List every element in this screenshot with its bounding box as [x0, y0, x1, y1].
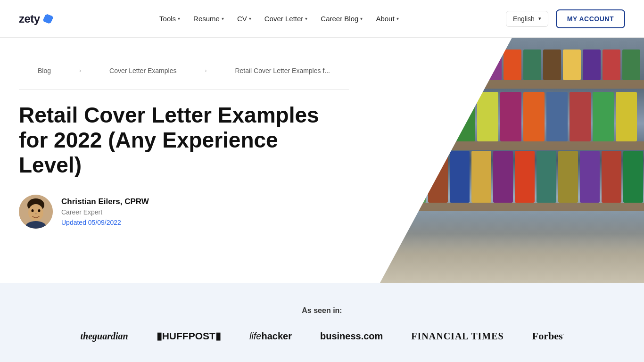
breadcrumb-blog[interactable]: Blog	[38, 67, 51, 74]
author-updated: Updated 05/09/2022	[61, 219, 149, 226]
chevron-down-icon: ▾	[396, 16, 399, 21]
author-avatar	[19, 195, 53, 229]
chevron-down-icon: ▾	[178, 16, 180, 21]
logo-business: business.com	[320, 331, 383, 342]
media-logos: theguardian ▮HUFFPOST▮ lifehacker busine…	[19, 330, 625, 342]
page-title: Retail Cover Letter Examples for 2022 (A…	[19, 103, 339, 178]
as-seen-in-title: As seen in:	[19, 306, 625, 315]
breadcrumb-current: Retail Cover Letter Examples f...	[235, 67, 330, 74]
my-account-button[interactable]: MY ACCOUNT	[556, 9, 625, 28]
nav-right: English ▾ MY ACCOUNT	[506, 9, 625, 28]
chevron-down-icon: ▾	[360, 16, 363, 21]
logo-guardian: theguardian	[81, 331, 128, 342]
hero-content: Blog › Cover Letter Examples › Retail Co…	[0, 38, 368, 257]
logo-lifehacker: lifehacker	[249, 331, 292, 342]
chevron-down-icon: ▾	[305, 16, 307, 21]
nav-cover-letter[interactable]: Cover Letter ▾	[264, 15, 308, 23]
breadcrumb: Blog › Cover Letter Examples › Retail Co…	[19, 52, 349, 90]
author-name: Christian Eilers, CPRW	[61, 197, 149, 206]
nav-about[interactable]: About ▾	[376, 15, 398, 23]
chevron-down-icon: ▾	[538, 16, 541, 22]
navbar: zety Tools ▾ Resume ▾ CV ▾ Cover Letter …	[0, 0, 644, 38]
as-seen-in-section: As seen in: theguardian ▮HUFFPOST▮ lifeh…	[0, 283, 644, 362]
breadcrumb-sep-2: ›	[205, 67, 206, 74]
breadcrumb-sep-1: ›	[79, 67, 81, 74]
svg-point-4	[32, 209, 34, 212]
hero-image	[380, 38, 644, 283]
logo-text: zety	[19, 12, 40, 25]
svg-marker-0	[380, 38, 512, 283]
svg-point-6	[35, 213, 37, 214]
logo-forbes: Forbes·	[532, 330, 564, 342]
nav-tools[interactable]: Tools ▾	[159, 15, 180, 23]
language-selector[interactable]: English ▾	[506, 11, 548, 27]
nav-career-blog[interactable]: Career Blog ▾	[321, 15, 363, 23]
author-block: Christian Eilers, CPRW Career Expert Upd…	[19, 195, 349, 229]
author-info: Christian Eilers, CPRW Career Expert Upd…	[61, 197, 149, 226]
chevron-down-icon: ▾	[222, 16, 224, 21]
logo-link[interactable]: zety	[19, 12, 52, 25]
logo-financial-times: FINANCIAL TIMES	[411, 331, 504, 342]
logo-cube-icon	[42, 13, 54, 24]
nav-resume[interactable]: Resume ▾	[193, 15, 224, 23]
author-role: Career Expert	[61, 208, 149, 216]
chevron-down-icon: ▾	[249, 16, 251, 21]
hero-section: Blog › Cover Letter Examples › Retail Co…	[0, 38, 644, 283]
nav-cv[interactable]: CV ▾	[237, 15, 251, 23]
svg-point-5	[38, 209, 41, 212]
breadcrumb-cover-letter-examples[interactable]: Cover Letter Examples	[109, 67, 176, 74]
nav-links: Tools ▾ Resume ▾ CV ▾ Cover Letter ▾ Car…	[159, 15, 399, 23]
logo-huffpost: ▮HUFFPOST▮	[157, 330, 221, 342]
svg-point-3	[28, 204, 43, 221]
